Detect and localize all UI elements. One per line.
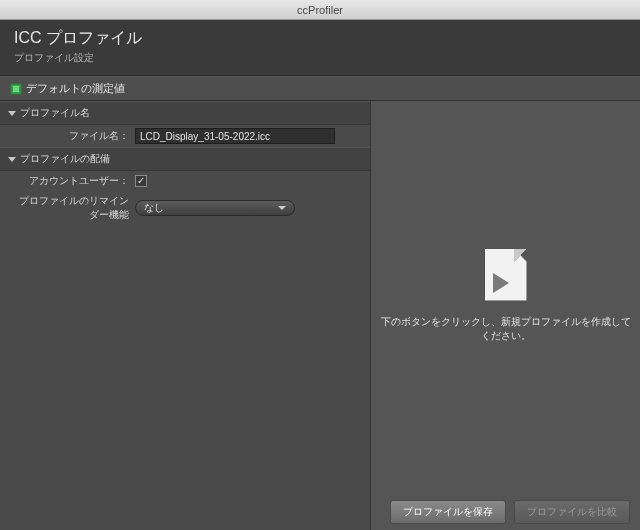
reminder-select[interactable]: なし <box>135 200 295 216</box>
content-area: プロファイル名 ファイル名： プロファイルの配備 アカウントユーザー： ✓ プロ… <box>0 101 640 530</box>
row-filename: ファイル名： <box>0 125 370 147</box>
preview-panel: 下のボタンをクリックし、新規プロファイルを作成してください。 プロファイルを保存… <box>370 101 640 530</box>
compare-profile-button: プロファイルを比較 <box>514 500 630 524</box>
settings-panel: プロファイル名 ファイル名： プロファイルの配備 アカウントユーザー： ✓ プロ… <box>0 101 370 530</box>
preview-instruction: 下のボタンをクリックし、新規プロファイルを作成してください。 <box>371 315 640 343</box>
filename-label: ファイル名： <box>10 129 135 143</box>
page-title: ICC プロファイル <box>14 28 626 49</box>
window-body: ICC プロファイル プロファイル設定 デフォルトの測定値 プロファイル名 ファ… <box>0 20 640 530</box>
page-subtitle: プロファイル設定 <box>14 51 626 65</box>
group-profile-name[interactable]: プロファイル名 <box>0 101 370 125</box>
group-distribution-label: プロファイルの配備 <box>20 152 110 166</box>
row-reminder: プロファイルのリマインダー機能 なし <box>0 191 370 225</box>
profile-document-icon <box>485 249 527 301</box>
window-titlebar: ccProfiler <box>0 0 640 20</box>
chevron-down-icon <box>278 206 286 210</box>
window-title: ccProfiler <box>297 4 343 16</box>
filename-input[interactable] <box>135 128 335 144</box>
reminder-value: なし <box>144 201 164 215</box>
row-account-user: アカウントユーザー： ✓ <box>0 171 370 191</box>
group-profile-name-label: プロファイル名 <box>20 106 90 120</box>
page-header: ICC プロファイル プロファイル設定 <box>0 20 640 76</box>
reminder-label: プロファイルのリマインダー機能 <box>10 194 135 222</box>
measurement-icon <box>10 83 22 95</box>
disclosure-triangle-icon <box>8 111 16 116</box>
footer-buttons: プロファイルを保存 プロファイルを比較 <box>371 494 640 530</box>
save-profile-button[interactable]: プロファイルを保存 <box>390 500 506 524</box>
account-user-label: アカウントユーザー： <box>10 174 135 188</box>
disclosure-triangle-icon <box>8 157 16 162</box>
section-bar: デフォルトの測定値 <box>0 76 640 101</box>
group-distribution[interactable]: プロファイルの配備 <box>0 147 370 171</box>
svg-rect-1 <box>13 86 19 92</box>
preview-area: 下のボタンをクリックし、新規プロファイルを作成してください。 <box>371 101 640 490</box>
section-title: デフォルトの測定値 <box>26 81 125 96</box>
account-user-checkbox[interactable]: ✓ <box>135 175 147 187</box>
